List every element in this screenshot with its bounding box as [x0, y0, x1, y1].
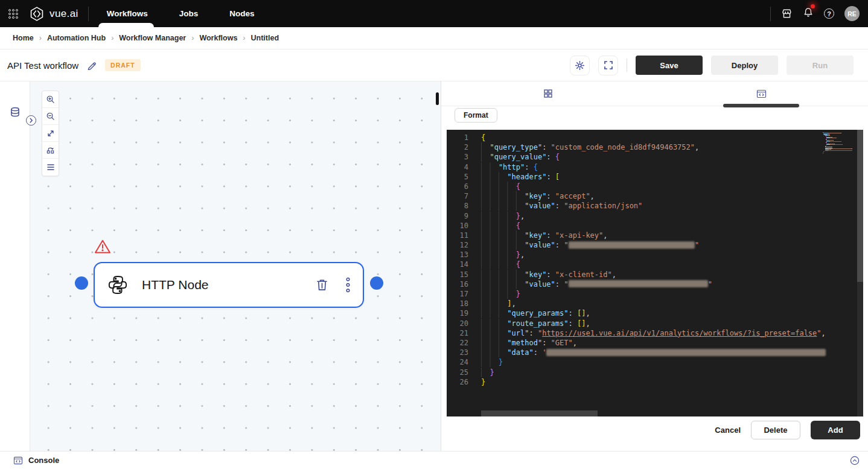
- hamburger-icon: [46, 164, 55, 171]
- chevron-right-icon: [28, 118, 34, 123]
- brand-logo[interactable]: vue.ai: [29, 6, 78, 22]
- code-line[interactable]: 25}: [447, 368, 851, 377]
- marketplace-icon[interactable]: [781, 8, 793, 19]
- database-icon[interactable]: [10, 107, 21, 118]
- nav-divider: [88, 7, 89, 21]
- code-line[interactable]: 3"query_value": {: [447, 152, 851, 162]
- code-line[interactable]: 4"http": {: [447, 162, 851, 172]
- nav-tab-nodes[interactable]: Nodes: [229, 9, 254, 18]
- gear-icon: [575, 60, 585, 71]
- status-badge: DRAFT: [105, 59, 141, 71]
- format-button[interactable]: Format: [455, 108, 497, 123]
- run-button[interactable]: Run: [787, 56, 854, 75]
- canvas-menu-button[interactable]: [42, 159, 59, 176]
- workflow-canvas[interactable]: HTTP Node: [30, 81, 441, 451]
- console-icon: [13, 456, 23, 465]
- code-line[interactable]: 26}: [447, 377, 851, 387]
- code-line[interactable]: 9},: [447, 211, 851, 221]
- topbar-right: ? RE: [770, 6, 860, 21]
- code-line[interactable]: 23"data": ': [447, 348, 851, 357]
- nav-tab-workflows[interactable]: Workflows: [107, 9, 148, 18]
- code-line[interactable]: 6{: [447, 182, 851, 191]
- breadcrumb-separator: ›: [111, 34, 113, 42]
- code-line[interactable]: 7"key": "accept",: [447, 191, 851, 201]
- code-line[interactable]: 12"value": "": [447, 240, 851, 250]
- breadcrumb-workflow-manager[interactable]: Workflow Manager: [119, 34, 186, 42]
- editor-hscrollbar[interactable]: [481, 410, 598, 416]
- node-output-port[interactable]: [370, 276, 383, 290]
- breadcrumb-automation-hub[interactable]: Automation Hub: [47, 34, 106, 42]
- http-node[interactable]: HTTP Node: [94, 262, 364, 308]
- delete-button[interactable]: Delete: [751, 421, 800, 439]
- python-icon: [107, 274, 129, 296]
- cancel-button[interactable]: Cancel: [715, 426, 741, 435]
- logo-text: vue.ai: [49, 8, 78, 20]
- zoom-in-button[interactable]: [42, 91, 59, 108]
- code-line[interactable]: 22"method": "GET",: [447, 338, 851, 348]
- help-button[interactable]: ?: [824, 8, 834, 19]
- node-warning-icon[interactable]: [94, 239, 111, 254]
- fullscreen-icon: [604, 60, 613, 70]
- nav-tab-jobs[interactable]: Jobs: [179, 9, 199, 18]
- console-collapse-button[interactable]: [850, 456, 860, 465]
- breadcrumb: Home › Automation Hub › Workflow Manager…: [0, 27, 868, 49]
- workflow-header: API Test workflow DRAFT Save Depl: [0, 49, 868, 81]
- left-rail: [0, 81, 30, 451]
- code-line[interactable]: 8"value": "application/json": [447, 201, 851, 211]
- code-line[interactable]: 2"query_type": "custom_code_node_id8df94…: [447, 142, 851, 152]
- notifications-button[interactable]: [803, 7, 814, 21]
- fit-view-button[interactable]: [42, 125, 59, 142]
- edit-title-button[interactable]: [87, 60, 97, 70]
- code-line[interactable]: 15"key": "x-client-id",: [447, 270, 851, 279]
- header-actions: Save Deploy Run: [570, 56, 854, 75]
- divider: [627, 59, 627, 72]
- code-line[interactable]: 14{: [447, 260, 851, 269]
- zoom-in-icon: [46, 95, 55, 104]
- code-line[interactable]: 5"headers": [: [447, 172, 851, 182]
- top-navbar: vue.ai Workflows Jobs Nodes ?: [0, 0, 868, 27]
- code-line[interactable]: 24}: [447, 357, 851, 367]
- workflow-settings-button[interactable]: [570, 56, 590, 75]
- node-label: HTTP Node: [142, 278, 316, 292]
- code-line[interactable]: 13},: [447, 250, 851, 260]
- editor-minimap: [823, 132, 857, 153]
- code-line[interactable]: 11"key": "x-api-key",: [447, 231, 851, 240]
- tab-code[interactable]: [655, 81, 868, 106]
- deploy-button[interactable]: Deploy: [711, 56, 778, 75]
- save-button[interactable]: Save: [636, 56, 703, 75]
- notification-dot: [811, 4, 815, 8]
- auto-layout-button[interactable]: [42, 142, 59, 159]
- code-line[interactable]: 17}: [447, 289, 851, 299]
- zoom-out-button[interactable]: [42, 108, 59, 125]
- apps-grid-icon[interactable]: [8, 9, 18, 19]
- panel-tabs: [441, 81, 868, 106]
- breadcrumb-home[interactable]: Home: [13, 34, 34, 42]
- code-line[interactable]: 21"url": "https://use1.vue.ai/api/v1/ana…: [447, 328, 851, 338]
- code-line[interactable]: 1{: [447, 133, 851, 142]
- console-label[interactable]: Console: [28, 456, 59, 465]
- code-line[interactable]: 16"value": "": [447, 279, 851, 289]
- code-line[interactable]: 18],: [447, 299, 851, 308]
- breadcrumb-workflows[interactable]: Workflows: [199, 34, 237, 42]
- breadcrumb-untitled: Untitled: [251, 34, 279, 42]
- code-line[interactable]: 10{: [447, 221, 851, 231]
- rail-expand-button[interactable]: [26, 115, 36, 126]
- delete-node-icon[interactable]: [316, 278, 328, 292]
- code-line[interactable]: 20"route_params": [],: [447, 319, 851, 328]
- app-window: vue.ai Workflows Jobs Nodes ?: [0, 0, 868, 469]
- node-input-port[interactable]: [75, 276, 88, 290]
- user-avatar[interactable]: RE: [844, 6, 860, 21]
- add-button[interactable]: Add: [811, 421, 860, 439]
- code-lines[interactable]: 1{2"query_type": "custom_code_node_id8df…: [447, 133, 851, 387]
- code-line[interactable]: 19"query_params": [],: [447, 308, 851, 318]
- node-menu-icon[interactable]: [345, 277, 351, 293]
- code-editor[interactable]: 1{2"query_type": "custom_code_node_id8df…: [447, 130, 863, 416]
- grid-tab-icon: [543, 89, 553, 98]
- panel-footer: Cancel Delete Add: [715, 421, 860, 439]
- fullscreen-button[interactable]: [598, 56, 618, 75]
- breadcrumb-separator: ›: [39, 34, 42, 42]
- editor-vscrollbar[interactable]: [857, 130, 863, 282]
- panel-resize-handle[interactable]: [436, 92, 439, 105]
- tab-config[interactable]: [441, 81, 655, 106]
- pencil-icon: [87, 60, 97, 70]
